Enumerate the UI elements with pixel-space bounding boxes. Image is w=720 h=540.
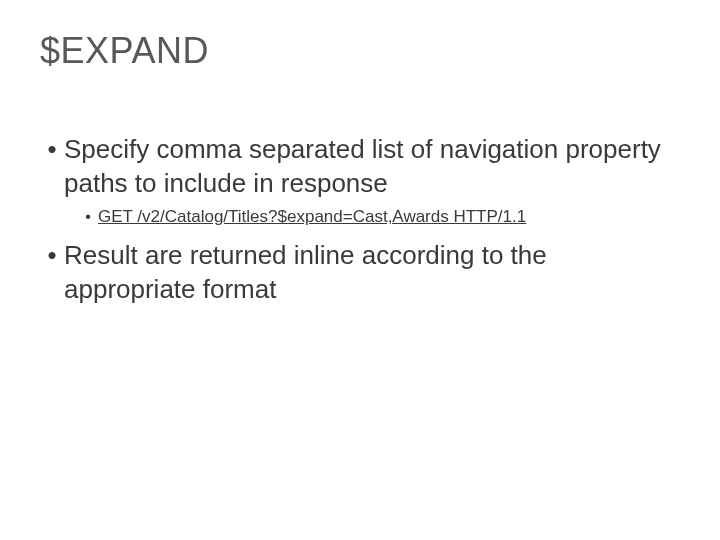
sub-bullet-marker: •: [78, 206, 98, 228]
bullet-marker: •: [40, 132, 64, 166]
sub-bullet-text-1: GET /v2/Catalog/Titles?$expand=Cast,Awar…: [98, 206, 526, 228]
slide-content: • Specify comma separated list of naviga…: [40, 132, 680, 306]
bullet-text-1: Specify comma separated list of navigati…: [64, 132, 680, 200]
bullet-marker: •: [40, 238, 64, 272]
slide-title: $EXPAND: [40, 30, 680, 72]
bullet-item-1: • Specify comma separated list of naviga…: [40, 132, 680, 200]
bullet-text-2: Result are returned inline according to …: [64, 238, 680, 306]
sub-bullet-item-1: • GET /v2/Catalog/Titles?$expand=Cast,Aw…: [78, 206, 680, 228]
bullet-item-2: • Result are returned inline according t…: [40, 238, 680, 306]
